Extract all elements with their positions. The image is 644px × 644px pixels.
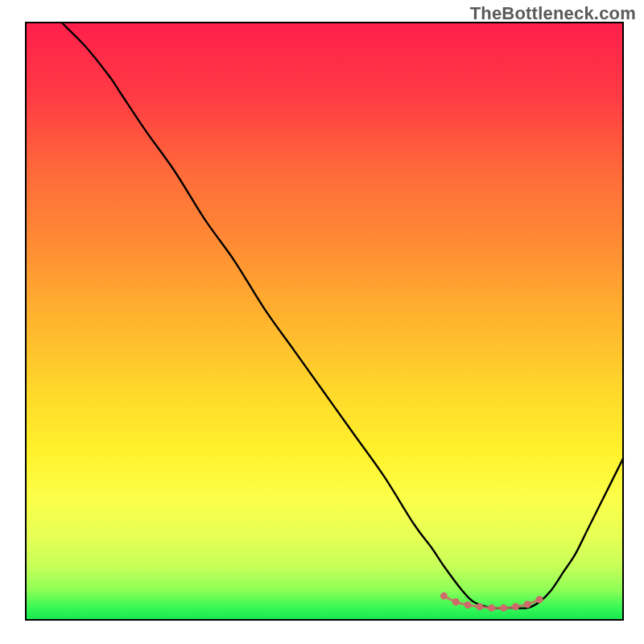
minimum-dot (476, 603, 483, 610)
chart-container: TheBottleneck.com (0, 0, 644, 644)
minimum-dot (500, 605, 507, 612)
plot-background (26, 23, 623, 620)
watermark-text: TheBottleneck.com (470, 3, 636, 24)
minimum-dot (452, 598, 460, 605)
minimum-dot (440, 592, 448, 600)
bottleneck-chart (0, 0, 644, 644)
minimum-dot (488, 605, 495, 612)
minimum-dot (464, 601, 472, 609)
minimum-dot (512, 603, 519, 610)
minimum-dot (536, 596, 543, 603)
minimum-dot (524, 601, 531, 608)
